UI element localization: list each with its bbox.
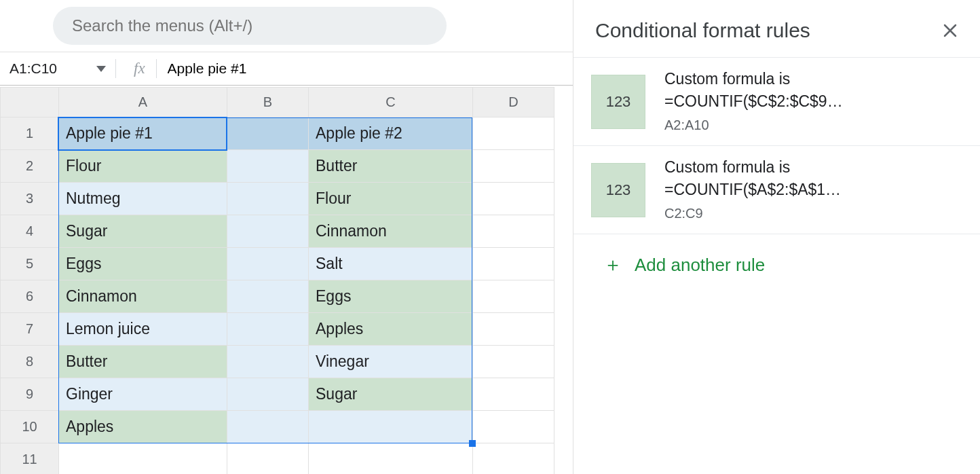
cell[interactable]: Sugar [309,378,473,411]
cell[interactable]: Butter [309,150,473,183]
cell[interactable]: Flour [309,183,473,215]
rule-formula: =COUNTIF($C$2:$C$9… [664,92,843,111]
cell[interactable] [227,183,309,215]
cell[interactable]: Flour [59,150,227,183]
cell[interactable] [227,117,309,150]
rule-condition-label: Custom formula is [664,158,841,177]
cell[interactable] [473,150,554,183]
add-rule-button[interactable]: ＋ Add another rule [573,234,980,295]
cell[interactable] [227,443,309,475]
cell[interactable] [473,443,554,475]
name-box[interactable]: A1:C10 [0,52,115,85]
row-header[interactable]: 9 [1,378,59,411]
table-row: 6CinnamonEggs [1,280,554,313]
cell[interactable]: Ginger [59,378,227,411]
add-rule-label: Add another rule [635,255,765,276]
cell[interactable]: Apples [309,313,473,346]
cell[interactable] [473,280,554,313]
cell[interactable] [227,215,309,248]
cell[interactable] [227,378,309,411]
cell[interactable]: Butter [59,346,227,378]
search-menus-input[interactable] [53,7,447,45]
cell[interactable] [309,411,473,443]
name-box-dropdown-icon[interactable] [96,66,106,72]
table-row: 9GingerSugar [1,378,554,411]
row-header[interactable]: 2 [1,150,59,183]
col-header-B[interactable]: B [227,88,309,117]
row-header[interactable]: 10 [1,411,59,443]
col-header-D[interactable]: D [473,88,554,117]
cell[interactable]: Cinnamon [309,215,473,248]
rule-preview-swatch: 123 [591,75,645,129]
rule-condition-label: Custom formula is [664,70,843,88]
row-header[interactable]: 7 [1,313,59,346]
col-header-A[interactable]: A [59,88,227,117]
row-header[interactable]: 11 [1,443,59,475]
conditional-format-sidebar: Conditional format rules 123 Custom form… [573,0,980,474]
table-row: 8ButterVinegar [1,346,554,378]
cell[interactable] [473,183,554,215]
format-rule-item[interactable]: 123 Custom formula is =COUNTIF($C$2:$C$9… [573,58,980,145]
rule-preview-swatch: 123 [591,163,645,217]
cell[interactable] [227,248,309,280]
rule-range: C2:C9 [664,206,841,221]
table-row: 7Lemon juiceApples [1,313,554,346]
cell[interactable] [473,346,554,378]
cell[interactable] [227,313,309,346]
cell[interactable]: Apple pie #1 [59,117,227,150]
cell[interactable] [473,378,554,411]
cell[interactable]: Nutmeg [59,183,227,215]
table-row: 5EggsSalt [1,248,554,280]
table-row: 2FlourButter [1,150,554,183]
table-row: 1Apple pie #1Apple pie #2 [1,117,554,150]
cell[interactable] [473,117,554,150]
row-header[interactable]: 1 [1,117,59,150]
cell[interactable]: Apple pie #2 [309,117,473,150]
format-rule-item[interactable]: 123 Custom formula is =COUNTIF($A$2:$A$1… [573,146,980,234]
cell[interactable]: Salt [309,248,473,280]
cell[interactable]: Vinegar [309,346,473,378]
row-header[interactable]: 8 [1,346,59,378]
row-header[interactable]: 6 [1,280,59,313]
corner-select-all[interactable] [1,88,59,117]
row-header[interactable]: 4 [1,215,59,248]
rule-formula: =COUNTIF($A$2:$A$1… [664,181,841,199]
divider [156,59,157,79]
cell[interactable] [473,248,554,280]
table-row: 11 [1,443,554,475]
cell[interactable] [227,411,309,443]
cell[interactable] [473,215,554,248]
cell[interactable] [227,280,309,313]
divider [115,59,116,79]
cell[interactable] [473,313,554,346]
close-icon[interactable] [942,22,958,39]
cell[interactable]: Eggs [309,280,473,313]
cell[interactable]: Lemon juice [59,313,227,346]
name-box-value: A1:C10 [10,60,57,77]
cell[interactable]: Sugar [59,215,227,248]
table-row: 3NutmegFlour [1,183,554,215]
cell[interactable]: Apples [59,411,227,443]
table-row: 10Apples [1,411,554,443]
rule-range: A2:A10 [664,117,843,133]
fx-icon: fx [123,60,156,77]
row-header[interactable]: 5 [1,248,59,280]
cell[interactable] [473,411,554,443]
cell[interactable] [59,443,227,475]
cell[interactable]: Eggs [59,248,227,280]
col-header-C[interactable]: C [309,88,473,117]
spreadsheet-grid[interactable]: A B C D 1Apple pie #1Apple pie #22FlourB… [0,87,571,474]
cell[interactable] [227,150,309,183]
plus-icon: ＋ [603,252,622,278]
cell[interactable] [227,346,309,378]
table-row: 4SugarCinnamon [1,215,554,248]
sidebar-title: Conditional format rules [595,19,810,42]
row-header[interactable]: 3 [1,183,59,215]
cell[interactable] [309,443,473,475]
cell[interactable]: Cinnamon [59,280,227,313]
